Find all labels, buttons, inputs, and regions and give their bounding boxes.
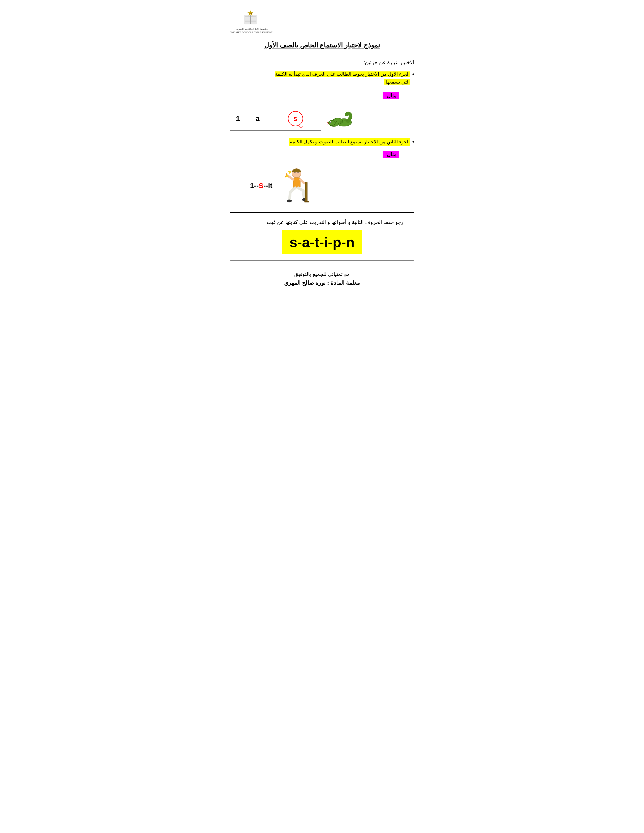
svg-line-27 — [300, 180, 304, 183]
intro-text: الاختبار عبارة عن جزئين: — [230, 60, 414, 65]
logo-icon: تعليم — [242, 10, 261, 26]
svg-rect-36 — [304, 201, 309, 203]
circled-s: s — [288, 111, 303, 126]
table-letter-s-cell: s — [270, 107, 321, 130]
header: تعليم مؤسسة الإمارات للتعليم المدرسي EMI… — [230, 10, 414, 34]
svg-marker-37 — [288, 170, 291, 174]
memorize-box: ارجو حفظ الحروف التالية و أصواتها و التد… — [230, 212, 414, 261]
footer-teacher: معلمة المادة : نوره صالح المهري — [230, 280, 414, 286]
svg-point-24 — [298, 172, 298, 173]
svg-line-31 — [290, 192, 290, 199]
word-display: 1--S--it — [250, 182, 272, 190]
svg-line-32 — [303, 191, 304, 198]
word-suffix: --it — [263, 182, 272, 190]
letters-container: s-a-t-i-p-n — [239, 230, 405, 254]
memorize-instruction: ارجو حفظ الحروف التالية و أصواتها و التد… — [239, 219, 405, 225]
letters-display: s-a-t-i-p-n — [282, 230, 362, 254]
word-s-strikethrough: S — [259, 182, 263, 190]
example2-label: مثال: — [383, 151, 399, 158]
footer-wishes: مع تمنياتي للجميع بالتوفيق — [230, 271, 414, 277]
word-prefix: 1-- — [250, 182, 259, 190]
svg-point-21 — [344, 119, 348, 121]
logo-container: تعليم مؤسسة الإمارات للتعليم المدرسي EMI… — [230, 10, 272, 34]
part1-bullet-text: الجزء الأول من الاختبار يحوط الطالب على … — [275, 71, 410, 86]
snake-icon — [326, 107, 354, 130]
example2-label-container: مثال: — [230, 151, 414, 162]
example1-table: 1 a s — [230, 107, 321, 130]
person-sitting-icon — [283, 167, 316, 205]
part2-bullet-text: الجزء الثاني من الاختبار يستمع الطالب لل… — [289, 138, 410, 146]
part2-section: • الجزء الثاني من الاختبار يستمع الطالب … — [230, 138, 414, 146]
svg-point-33 — [287, 199, 292, 202]
table-number-cell: 1 — [230, 107, 245, 130]
part1-bullet-item: • الجزء الأول من الاختبار يحوط الطالب عل… — [230, 71, 414, 86]
bullet-dot-1: • — [412, 71, 414, 78]
page-title: نموذج لاختبار الاستماع الخاص بالصف الأول — [230, 42, 414, 49]
table-letter-a-cell: a — [245, 107, 270, 130]
svg-rect-35 — [305, 182, 308, 202]
part1-highlighted-text2: التي يسمعها: — [385, 79, 410, 85]
example1-label: مثال: — [383, 92, 399, 99]
example1-label-container: مثال: — [230, 92, 414, 103]
footer: مع تمنياتي للجميع بالتوفيق معلمة المادة … — [230, 271, 414, 286]
svg-point-20 — [340, 121, 343, 123]
bullet-dot-2: • — [412, 138, 414, 146]
part2-bullet-item: • الجزء الثاني من الاختبار يستمع الطالب … — [230, 138, 414, 146]
svg-point-19 — [330, 121, 330, 122]
example1-row: 1 a s — [230, 107, 399, 130]
word-example-row: 1--S--it — [250, 167, 414, 205]
part1-section: • الجزء الأول من الاختبار يحوط الطالب عل… — [230, 71, 414, 86]
svg-point-23 — [295, 172, 295, 173]
svg-point-17 — [328, 121, 335, 125]
part1-highlighted-text: الجزء الأول من الاختبار يحوط الطالب على … — [275, 71, 410, 77]
logo-org-arabic: مؤسسة الإمارات للتعليم المدرسي EMIRATES … — [230, 27, 272, 34]
svg-text:تعليم: تعليم — [249, 13, 252, 14]
